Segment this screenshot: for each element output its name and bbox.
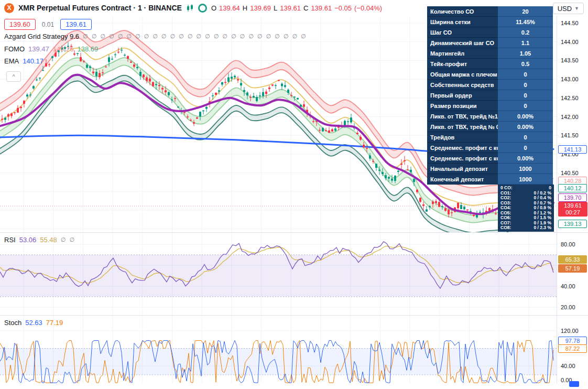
panel-row-label: Мартингейл (427, 48, 498, 59)
collapse-legend-button[interactable]: ^ (6, 71, 21, 82)
panel-row-value: 0 (498, 132, 553, 143)
price-change: −0.05 (334, 4, 352, 12)
co-row: CO8:0 / 2.3 % (500, 225, 551, 231)
axis-tick: 144.50 (561, 20, 579, 26)
pane-separator[interactable] (0, 315, 588, 316)
axis-tick: 20.00 (561, 304, 575, 310)
bar-countdown: 00:27 (558, 209, 587, 216)
stoch-name: Stoch (4, 319, 21, 327)
price-label: 65.33 (558, 255, 587, 264)
sell-button[interactable]: 139.60 (4, 19, 36, 30)
panel-row: Среднемес. профит с ком.0 (427, 143, 553, 153)
panel-row-value: 11.45% (498, 17, 553, 27)
pane-separator[interactable] (0, 232, 588, 233)
panel-row-label: Динамический шаг СО (427, 38, 498, 48)
panel-row: Ширина сетки11.45% (427, 17, 553, 27)
panel-row: Ликв. от ТВХ, трейд №10.00% (427, 111, 553, 122)
fomo-value-3: 138.69 (78, 45, 99, 53)
panel-row-value: 0 (498, 101, 553, 111)
symbol-title[interactable]: XMR Perpetual Futures Contract · 1 · BIN… (18, 4, 182, 12)
indicator-status-icon (198, 4, 207, 13)
strategy-name: Azgard Grid Strategy 9.6 (4, 33, 79, 40)
stoch-band (0, 349, 557, 375)
panel-row-label: Ликв. от ТВХ, трейд №1 (427, 111, 498, 122)
strategy-values: ∅ ∅ ∅ ∅ ∅ ∅ ∅ ∅ ∅ ∅ ∅ ∅ ∅ ∅ ∅ ∅ ∅ ∅ ∅ ∅ … (83, 33, 307, 40)
panel-row: Ликв. от ТВХ, трейд № 00.00% (427, 122, 553, 132)
panel-row-value: 0 (498, 69, 553, 80)
axis-tick: 143.00 (561, 76, 579, 82)
last-price-label: 139.6100:27 (558, 202, 587, 217)
panel-row-label: Первый ордер (427, 90, 498, 101)
chevron-down-icon: ▼ (574, 6, 579, 11)
panel-row: Количество СО20 (427, 6, 553, 17)
strategy-stats-panel: Количество СО20Ширина сетки11.45%Шаг СО0… (427, 6, 553, 185)
panel-row-label: Шаг СО (427, 27, 498, 38)
panel-row-label: Ликв. от ТВХ, трейд № 0 (427, 122, 498, 132)
price-label: 139.13 (558, 220, 587, 228)
buy-button[interactable]: 139.61 (60, 19, 92, 30)
panel-row: Мартингейл1.05 (427, 48, 553, 59)
stoch-value-1: 52.63 (25, 319, 42, 327)
panel-row-value: 0.00% (498, 111, 553, 122)
stoch-value-2: 77.19 (46, 319, 63, 327)
co-orders-table: 0 CO:0CO1:0 / 0.2 %CO2:0 / 0.4 %CO3:0 / … (498, 185, 554, 232)
panel-row-label: Конечный депозит (427, 174, 498, 185)
rsi-name: RSI (4, 236, 16, 244)
axis-tick: 144.00 (561, 39, 579, 45)
panel-row-value: 1.05 (498, 48, 553, 59)
axis-tick: 40.00 (561, 363, 575, 369)
price-label: 57.19 (558, 264, 587, 273)
panel-row-value: 0 (498, 90, 553, 101)
axis-tick: 142.00 (561, 114, 579, 120)
panel-row-label: Собственных средств (427, 80, 498, 90)
strategy-legend[interactable]: Azgard Grid Strategy 9.6 ∅ ∅ ∅ ∅ ∅ ∅ ∅ ∅… (4, 33, 307, 40)
price-label: 87.22 (558, 344, 587, 353)
axis-tick: 141.50 (561, 132, 579, 138)
axis-tick: 142.50 (561, 95, 579, 101)
price-change-pct: (−0.04%) (354, 4, 382, 12)
fomo-value-1: 139.47 (28, 45, 49, 53)
panel-row: Общая маржа с плечом 50 (427, 69, 553, 80)
order-buttons-row: 139.60 0.01 139.61 (4, 19, 92, 30)
ema-value: 140.17 (23, 57, 43, 65)
panel-row: Первый ордер0 (427, 90, 553, 101)
axis-tick: 143.50 (561, 57, 579, 63)
stoch-pane[interactable] (0, 315, 557, 383)
axis-tick: 140.50 (561, 170, 579, 176)
panel-row: Размер позиции0 (427, 101, 553, 111)
panel-row-label: Среднемес. профит с ком. (427, 153, 498, 164)
panel-row-label: Количество СО (427, 6, 498, 17)
currency-label: USD (558, 5, 572, 13)
panel-row-value: 1000 (498, 174, 553, 185)
axis-tick: 40.00 (561, 283, 575, 289)
spread-value: 0.01 (42, 21, 54, 28)
price-label: 97.78 (558, 337, 587, 345)
fomo-legend[interactable]: FOMO 139.47 140.26 138.69 (4, 45, 98, 53)
rsi-value-2: 55.48 (40, 236, 57, 244)
panel-row: Начальный депозит1000 (427, 164, 553, 174)
panel-row-label: Тейк-профит (427, 59, 498, 69)
time-axis[interactable] (0, 383, 588, 389)
price-label: 140.12 (558, 184, 587, 192)
price-axis[interactable]: 144.50144.00143.50143.00142.50142.00141.… (557, 16, 588, 383)
axis-tick: 80.00 (561, 241, 575, 247)
rsi-band (0, 255, 557, 297)
panel-row-label: Трейдов (427, 132, 498, 143)
ema-legend[interactable]: EMA 140.17 (4, 57, 43, 65)
scroll-to-realtime-button[interactable] (569, 381, 579, 387)
panel-row-label: Начальный депозит (427, 164, 498, 174)
rsi-legend[interactable]: RSI 53.06 55.48 ∅ ∅ (4, 236, 75, 244)
panel-row-value: 1000 (498, 164, 553, 174)
rsi-pane[interactable] (0, 232, 557, 315)
candles-icon (186, 4, 194, 12)
panel-row: Собственных средств0 (427, 80, 553, 90)
xmr-logo-icon: X (4, 3, 14, 13)
panel-row-value: 1.1 (498, 38, 553, 48)
fomo-value-2: 140.26 (53, 45, 74, 53)
panel-row: Шаг СО0.2 (427, 27, 553, 38)
panel-row: Среднемес. профит с ком.0.00% (427, 153, 553, 164)
currency-dropdown[interactable]: USD ▼ (553, 3, 584, 14)
fomo-name: FOMO (4, 45, 25, 53)
stoch-legend[interactable]: Stoch 52.63 77.19 (4, 319, 63, 327)
rsi-extra-values: ∅ ∅ (61, 236, 75, 243)
